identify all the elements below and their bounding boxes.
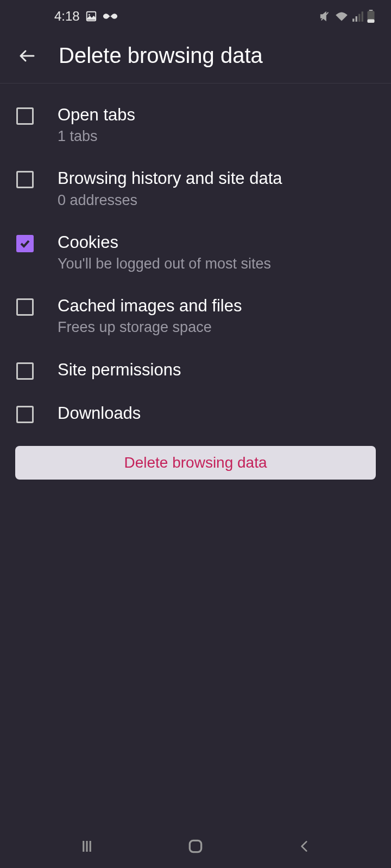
option-subtitle: 0 addresses xyxy=(58,191,375,210)
option-open-tabs[interactable]: Open tabs 1 tabs xyxy=(0,93,391,157)
checkbox-cached-images[interactable] xyxy=(16,298,34,316)
system-nav-bar xyxy=(0,825,391,868)
option-title: Open tabs xyxy=(58,104,375,126)
checkbox-open-tabs[interactable] xyxy=(16,107,34,125)
checkbox-browsing-history[interactable] xyxy=(16,171,34,188)
arrow-left-icon xyxy=(17,46,37,66)
back-button[interactable] xyxy=(16,45,38,67)
wifi-icon xyxy=(335,10,349,22)
svg-rect-6 xyxy=(369,10,373,11)
recent-icon xyxy=(79,838,95,854)
option-title: Cookies xyxy=(58,232,375,253)
svg-rect-2 xyxy=(352,18,354,22)
battery-icon xyxy=(367,10,375,23)
option-downloads[interactable]: Downloads xyxy=(0,392,391,435)
nav-recent-button[interactable] xyxy=(71,830,103,863)
page-header: Delete browsing data xyxy=(0,33,391,83)
option-subtitle: 1 tabs xyxy=(58,127,375,146)
svg-point-1 xyxy=(89,14,90,16)
svg-rect-12 xyxy=(190,840,201,852)
option-text: Open tabs 1 tabs xyxy=(58,104,375,146)
option-text: Downloads xyxy=(58,403,375,424)
chevron-left-icon xyxy=(297,839,311,853)
options-list: Open tabs 1 tabs Browsing history and si… xyxy=(0,84,391,435)
mute-icon xyxy=(319,10,331,22)
signal-icon xyxy=(352,10,364,22)
status-time: 4:18 xyxy=(54,9,80,24)
svg-rect-8 xyxy=(367,19,374,23)
option-title: Cached images and files xyxy=(58,295,375,317)
option-text: Cookies You'll be logged out of most sit… xyxy=(58,232,375,273)
page-title: Delete browsing data xyxy=(59,43,263,68)
status-left: 4:18 xyxy=(54,9,118,24)
option-text: Cached images and files Frees up storage… xyxy=(58,295,375,337)
svg-rect-3 xyxy=(356,16,357,22)
delete-button-label: Delete browsing data xyxy=(124,454,267,471)
delete-browsing-data-button[interactable]: Delete browsing data xyxy=(15,446,376,480)
option-subtitle: You'll be logged out of most sites xyxy=(58,254,375,273)
option-title: Downloads xyxy=(58,403,375,424)
infinity-icon xyxy=(103,11,118,21)
option-cookies[interactable]: Cookies You'll be logged out of most sit… xyxy=(0,221,391,284)
option-text: Site permissions xyxy=(58,359,375,381)
nav-back-button[interactable] xyxy=(288,830,320,863)
svg-rect-4 xyxy=(358,14,360,22)
option-subtitle: Frees up storage space xyxy=(58,318,375,337)
option-title: Browsing history and site data xyxy=(58,168,375,189)
option-browsing-history[interactable]: Browsing history and site data 0 address… xyxy=(0,157,391,220)
checkbox-downloads[interactable] xyxy=(16,406,34,423)
home-icon xyxy=(187,838,204,855)
status-bar: 4:18 xyxy=(0,0,391,33)
image-icon xyxy=(85,10,97,22)
status-right xyxy=(319,10,375,23)
option-title: Site permissions xyxy=(58,359,375,381)
check-icon xyxy=(18,237,31,250)
checkbox-cookies[interactable] xyxy=(16,235,34,252)
checkbox-site-permissions[interactable] xyxy=(16,362,34,380)
option-text: Browsing history and site data 0 address… xyxy=(58,168,375,209)
svg-rect-5 xyxy=(362,11,363,22)
option-cached-images[interactable]: Cached images and files Frees up storage… xyxy=(0,284,391,348)
option-site-permissions[interactable]: Site permissions xyxy=(0,348,391,392)
nav-home-button[interactable] xyxy=(179,830,212,863)
